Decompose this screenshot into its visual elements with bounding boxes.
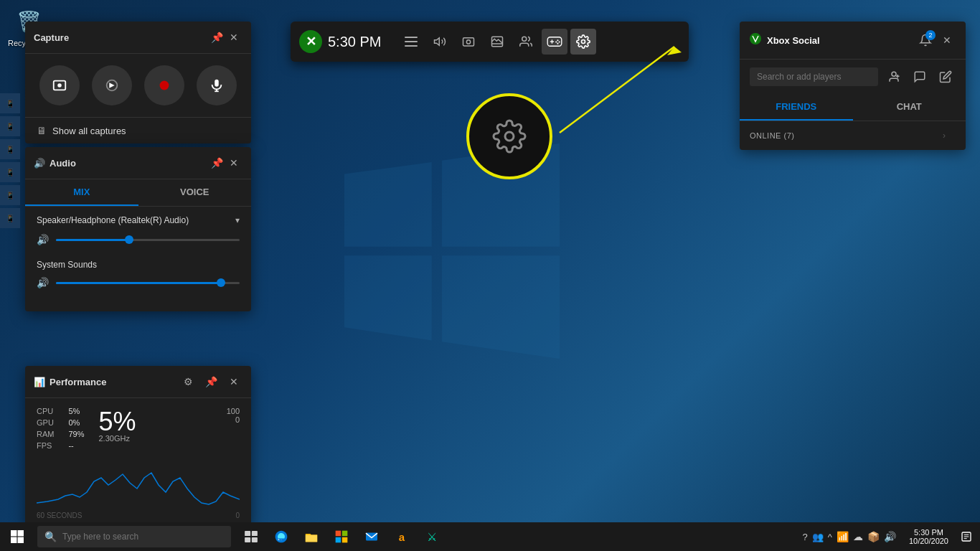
perf-close-button[interactable]: ✕	[225, 373, 242, 390]
xbox-social-header: Xbox Social 2 ✕	[740, 22, 966, 60]
svg-rect-4	[215, 80, 219, 87]
notification-button[interactable]: 2	[915, 30, 936, 50]
performance-content: CPU GPU RAM FPS 5% 0% 79% -- 5% 2.30GHz …	[25, 398, 251, 528]
svg-rect-9	[405, 45, 418, 47]
xbox-settings-icon[interactable]	[570, 29, 596, 55]
start-button[interactable]	[0, 522, 34, 551]
xbox-social-panel: Xbox Social 2 ✕	[740, 22, 966, 150]
xbox-social-icon[interactable]	[513, 29, 539, 55]
svg-marker-10	[435, 38, 440, 46]
monitor-icon: 🖥	[37, 125, 47, 136]
svg-point-23	[505, 132, 514, 141]
store-taskbar[interactable]	[327, 522, 356, 551]
left-app-2: 📱	[0, 116, 20, 136]
xbox-social-title: Xbox Social	[767, 35, 915, 46]
xbox-social-close-button[interactable]: ✕	[938, 32, 956, 49]
tray-dropbox-icon[interactable]: 📦	[867, 531, 880, 542]
app7-taskbar[interactable]: ⚔	[418, 522, 446, 551]
svg-rect-35	[342, 531, 348, 537]
mic-button[interactable]	[197, 65, 237, 105]
cpu-label: CPU	[37, 407, 54, 415]
social-content: ONLINE (7) ›	[740, 121, 966, 150]
tray-volume-icon[interactable]: 🔊	[884, 531, 896, 542]
screenshot-button[interactable]	[39, 65, 80, 105]
tray-people-icon[interactable]: 👥	[812, 532, 824, 542]
mail-icon	[364, 531, 379, 542]
left-app-6: 📱	[0, 208, 20, 228]
xbox-volume-icon[interactable]	[427, 29, 453, 55]
taskbar-search[interactable]: 🔍	[37, 526, 231, 547]
settings-highlight-circle	[466, 93, 552, 179]
capture-pin-button[interactable]: 📌	[208, 29, 225, 46]
audio-pin-button[interactable]: 📌	[208, 154, 225, 171]
action-center-icon	[961, 531, 972, 542]
scroll-indicator: ›	[943, 131, 946, 141]
system-sounds-label: System Sounds	[37, 260, 240, 270]
xbox-logo-letter: ✕	[306, 34, 316, 50]
show-captures-button[interactable]: 🖥 Show all captures	[25, 117, 251, 143]
record-last-button[interactable]	[92, 65, 132, 105]
tab-mix[interactable]: MIX	[25, 179, 138, 206]
taskbar-search-icon: 🔍	[44, 531, 57, 542]
clock-date: 10/20/2020	[909, 537, 948, 545]
perf-settings-button[interactable]: ⚙	[179, 373, 197, 390]
system-sounds-slider[interactable]	[56, 282, 240, 284]
speaker-icon: 🔊	[37, 234, 49, 245]
system-clock[interactable]: 5:30 PM 10/20/2020	[902, 522, 956, 551]
file-explorer-taskbar[interactable]	[297, 522, 326, 551]
svg-rect-11	[463, 38, 474, 46]
audio-icon-header: 🔊	[34, 158, 45, 169]
fps-label: FPS	[37, 441, 54, 450]
amazon-taskbar[interactable]: a	[387, 522, 416, 551]
xbox-menu-icon[interactable]	[398, 29, 424, 55]
task-view-button[interactable]	[237, 522, 265, 551]
xbox-logo: ✕	[299, 30, 322, 53]
xbox-bar-icons	[398, 29, 596, 55]
edge-icon-taskbar[interactable]	[267, 522, 296, 551]
left-app-1: 📱	[0, 93, 20, 113]
tray-chevron-icon[interactable]: ^	[828, 532, 832, 542]
audio-content: Speaker/Headphone (Realtek(R) Audio) ▾ 🔊…	[25, 207, 251, 311]
system-sounds-thumb[interactable]	[217, 278, 225, 287]
add-friend-button[interactable]	[884, 67, 904, 87]
tray-onedrive-icon[interactable]: ☁	[853, 531, 863, 542]
perf-pin-button[interactable]: 📌	[202, 373, 220, 390]
xbox-social-search-row	[740, 60, 966, 94]
compose-button[interactable]	[936, 67, 956, 87]
taskbar-search-input[interactable]	[62, 532, 224, 542]
online-header-row: ONLINE (7) ›	[750, 128, 956, 143]
tab-chat[interactable]: CHAT	[853, 94, 966, 121]
amazon-icon: a	[399, 531, 405, 543]
record-button[interactable]	[144, 65, 184, 105]
svg-point-12	[467, 40, 471, 44]
player-search-input[interactable]	[750, 67, 878, 86]
svg-point-15	[522, 37, 527, 41]
tray-help-icon[interactable]: ?	[803, 532, 808, 542]
audio-close-button[interactable]: ✕	[225, 154, 242, 171]
taskbar: 🔍	[0, 522, 980, 551]
tab-voice[interactable]: VOICE	[138, 179, 252, 206]
performance-panel: 📊 Performance ⚙ 📌 ✕ CPU GPU RAM FPS 5% 0…	[25, 366, 251, 528]
audio-device-chevron: ▾	[235, 215, 240, 225]
tab-friends[interactable]: FRIENDS	[740, 94, 853, 121]
capture-close-button[interactable]: ✕	[225, 29, 242, 46]
xbox-capture-icon[interactable]	[456, 29, 481, 55]
svg-rect-31	[252, 531, 258, 536]
edge-icon	[274, 529, 288, 544]
fps-value: --	[68, 441, 84, 450]
system-sounds-fill	[56, 282, 221, 284]
xbox-social-logo	[750, 33, 761, 47]
speaker-thumb[interactable]	[125, 235, 133, 244]
xbox-controller-icon[interactable]	[542, 29, 567, 55]
action-center-button[interactable]	[956, 522, 977, 551]
chat-button[interactable]	[910, 67, 930, 87]
audio-tabs: MIX VOICE	[25, 179, 251, 207]
tray-network-icon[interactable]: 📶	[837, 531, 849, 542]
perf-stat-values: 5% 0% 79% --	[68, 407, 84, 450]
mail-taskbar[interactable]	[357, 522, 386, 551]
gpu-label: GPU	[37, 418, 54, 427]
file-explorer-icon	[304, 530, 319, 543]
speaker-slider[interactable]	[56, 239, 240, 241]
audio-device-name: Speaker/Headphone (Realtek(R) Audio)	[37, 215, 189, 225]
xbox-gallery-icon[interactable]	[484, 29, 510, 55]
